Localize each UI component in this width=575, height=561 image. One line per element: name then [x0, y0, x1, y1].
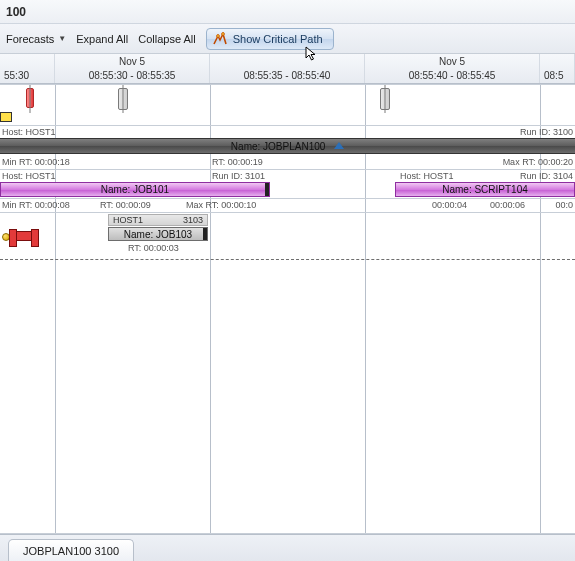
runid-label: Run ID: 3104 — [520, 171, 573, 181]
critical-path-icon — [213, 32, 227, 46]
time-col-1-date: Nov 5 — [119, 55, 145, 69]
time-col-3: Nov 5 08:55:40 - 08:55:45 — [365, 54, 540, 83]
max-rt: Max RT: 00:00:20 — [503, 157, 573, 167]
tab-jobplan[interactable]: JOBPLAN100 3100 — [8, 539, 134, 561]
gantt-area[interactable]: Host: HOST1 Run ID: 3100 Name: JOBPLAN10… — [0, 84, 575, 534]
timeline-header: 55:30 Nov 5 08:55:30 - 08:55:35 08:55:35… — [0, 54, 575, 84]
job103-subhead: HOST1 3103 — [108, 214, 208, 226]
collapse-all-button[interactable]: Collapse All — [138, 33, 195, 45]
time-col-4-range: 08:5 — [544, 69, 563, 83]
row-divider — [0, 125, 575, 126]
time-col-1: Nov 5 08:55:30 - 08:55:35 — [55, 54, 210, 83]
time-col-2: 08:55:35 - 08:55:40 — [210, 54, 365, 83]
row-divider — [0, 169, 575, 170]
runid-label: Run ID: 3101 — [212, 171, 265, 181]
host-label: Host: HOST1 — [400, 171, 454, 181]
caret-down-icon: ▼ — [58, 34, 66, 43]
row-divider — [0, 212, 575, 213]
time-col-0: 55:30 — [0, 54, 55, 83]
subhead-run: 3103 — [183, 215, 203, 226]
task-endcap — [265, 182, 270, 197]
rt: RT: 00:00:03 — [128, 243, 179, 253]
time-col-3-range: 08:55:40 - 08:55:45 — [409, 69, 496, 83]
host-label: Host: HOST1 — [2, 171, 56, 181]
milestone-icon[interactable] — [12, 231, 36, 241]
svg-point-0 — [216, 34, 219, 37]
time-col-4: 08:5 — [540, 54, 575, 83]
show-critical-path-button[interactable]: Show Critical Path — [206, 28, 334, 50]
forecasts-label: Forecasts — [6, 33, 54, 45]
marker[interactable] — [380, 88, 390, 110]
task-script104[interactable]: Name: SCRIPT104 — [395, 182, 575, 197]
task-label: Name: JOB103 — [124, 229, 192, 240]
time-col-3-date: Nov 5 — [439, 55, 465, 69]
forecasts-menu[interactable]: Forecasts ▼ — [6, 33, 66, 45]
row-divider — [0, 84, 575, 85]
max-rt: Max RT: 00:00:10 — [186, 200, 256, 210]
window-title: 100 — [0, 0, 575, 24]
flag-icon[interactable] — [0, 112, 12, 122]
collapse-up-icon[interactable] — [334, 142, 344, 149]
rt-val: 00:00:04 — [432, 200, 467, 210]
marker-red[interactable] — [26, 88, 34, 108]
time-col-0-range: 55:30 — [4, 69, 29, 83]
rt-val: 00:0 — [555, 200, 573, 210]
dashed-divider — [0, 259, 575, 260]
subhead-host: HOST1 — [113, 215, 143, 226]
task-job103[interactable]: Name: JOB103 — [108, 227, 208, 241]
rt-val: 00:00:06 — [490, 200, 525, 210]
task-job101[interactable]: Name: JOB101 — [0, 182, 270, 197]
expand-all-button[interactable]: Expand All — [76, 33, 128, 45]
jobplan-bar[interactable]: Name: JOBPLAN100 — [0, 138, 575, 154]
min-rt: Min RT: 00:00:18 — [2, 157, 70, 167]
toolbar: Forecasts ▼ Expand All Collapse All Show… — [0, 24, 575, 54]
critical-path-label: Show Critical Path — [233, 33, 323, 45]
task-label: Name: JOB101 — [101, 184, 169, 195]
tab-strip: JOBPLAN100 3100 — [0, 534, 575, 561]
task-endcap — [203, 227, 208, 241]
host-label: Host: HOST1 — [2, 127, 56, 137]
marker[interactable] — [118, 88, 128, 110]
runid-label: Run ID: 3100 — [520, 127, 573, 137]
time-col-1-range: 08:55:30 - 08:55:35 — [89, 69, 176, 83]
min-rt: Min RT: 00:00:08 — [2, 200, 70, 210]
task-label: Name: SCRIPT104 — [442, 184, 528, 195]
time-col-2-range: 08:55:35 - 08:55:40 — [244, 69, 331, 83]
jobplan-label: Name: JOBPLAN100 — [231, 141, 326, 152]
row-divider — [0, 198, 575, 199]
rt: RT: 00:00:09 — [100, 200, 151, 210]
rt: RT: 00:00:19 — [212, 157, 263, 167]
svg-point-1 — [221, 32, 224, 35]
